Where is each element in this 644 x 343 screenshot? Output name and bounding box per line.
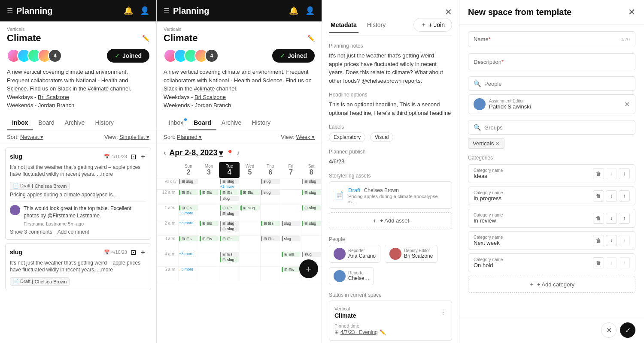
pill-tue-4[interactable]: ⊞ ⊟s [220,252,239,257]
pill-sat-4[interactable]: slug [302,252,321,257]
up-cat-inreview[interactable]: ↑ [619,213,630,224]
edit-icon-p1[interactable]: ✏️ [142,35,149,42]
tab-inbox-p1[interactable]: Inbox [7,115,33,130]
confirm-footer-btn[interactable]: ✓ [620,322,635,338]
pill-fri-2[interactable]: slug [282,221,301,226]
asset-draft-link[interactable]: Draft [348,187,360,193]
detail-tab-history[interactable]: History [365,17,388,33]
tab-inbox-p2[interactable]: Inbox [164,115,188,130]
delete-cat-ideas[interactable]: 🗑 [593,168,604,179]
cat-value-ideas[interactable]: Ideas [474,173,590,179]
detail-tab-metadata[interactable]: Metadata [329,17,358,33]
pill-thu-12[interactable]: slug [261,190,280,195]
pill-tue-1[interactable]: ⊞ ⊟s [220,205,239,211]
up-cat-inprogress[interactable]: ↑ [619,190,630,202]
draft-badge-1-p1[interactable]: 📄 Draft | Chelsea Brown [10,182,70,190]
date-next-btn[interactable]: › [237,149,239,157]
edit-pinned-icon[interactable]: ✏️ [380,329,386,335]
story-menu-1-p1[interactable]: ⊡ [131,153,136,161]
pill-fri-3[interactable]: slug [282,236,301,241]
add-asset-button[interactable]: ＋ + Add asset [329,212,452,229]
bri-link-p2[interactable]: Bri Scalzone [194,94,226,100]
sort-value-p1[interactable]: Newest ▾ [20,134,43,140]
detail-scroll[interactable]: Planning notes It's not just the weather… [322,36,459,343]
tab-archive-p1[interactable]: Archive [60,115,90,130]
up-cat-nextweek[interactable]: ↑ [619,235,630,246]
mention-link-p1[interactable]: @Firstname Lastname [47,213,100,219]
groups-search-input[interactable] [484,124,630,131]
pinned-time-link[interactable]: 4/7/23 · Evening [340,329,378,335]
pill-sat-12[interactable]: ⊞ slug [302,190,321,195]
template-scroll[interactable]: Name* 0/70 Description* 🔍 Assignment Edi… [459,24,644,317]
story-title-1-p1[interactable]: slug [10,153,22,160]
tab-history-p1[interactable]: History [90,115,119,130]
add-comment-p1[interactable]: Add comment [58,229,89,235]
label-visual[interactable]: Visual [370,132,393,142]
joined-button-p1[interactable]: ✓ Joined [107,49,149,63]
join-button-detail[interactable]: ＋ + Join [413,18,452,32]
pill-sat-1[interactable]: ⊞ slug [302,205,321,211]
down-cat-onhold[interactable]: ↓ [606,257,617,268]
bri-link-p1[interactable]: Bri Scalzone [38,94,69,100]
plus3-tue-allday[interactable]: +3 more [220,184,239,189]
view-value-p1[interactable]: Simple list ▾ [119,134,149,140]
people-search-input[interactable] [484,81,630,87]
plus3-sun-1[interactable]: +3 more [179,211,198,215]
story-add-1-p1[interactable]: ＋ [140,152,146,161]
climate-link-p2[interactable]: #climate [194,85,215,92]
mention-chelseabrown[interactable]: @chelseabrown [361,78,401,84]
bell-icon-p1[interactable]: 🔔 [124,6,133,15]
pill-thu-2[interactable]: ⊞ ⊟s [261,221,280,226]
date-range[interactable]: Apr 2-8, 2023 ▾ [169,148,223,158]
up-cat-onhold[interactable]: ↑ [619,257,630,268]
pill-tue-allday[interactable]: ⊞ slug [220,179,239,184]
pill-mon-3[interactable]: ⊞ ⊟s [200,236,219,241]
delete-cat-inprogress[interactable]: 🗑 [593,190,604,202]
delete-cat-nextweek[interactable]: 🗑 [593,235,604,246]
climate-link-p1[interactable]: #climate [88,85,109,92]
plus3-sun-2[interactable]: +3 more [179,221,198,225]
inbox-scroll-p1[interactable]: slug 📅 4/10/23 ⊡ ＋ It's not just the wea… [0,144,156,343]
people-search-field[interactable]: 🔍 [468,76,635,91]
pill-sun-3[interactable]: ⊞ ⊟s [179,236,198,241]
delete-cat-inreview[interactable]: 🗑 [593,213,604,224]
cat-value-onhold[interactable]: On hold [474,262,590,268]
more-link-2-p1[interactable]: ...more [97,267,113,273]
user-icon-p1[interactable]: 👤 [140,6,149,15]
pill-tue-2[interactable]: ⊞ slug [220,221,239,226]
more-link-1-p1[interactable]: ...more [97,171,113,177]
down-cat-inprogress[interactable]: ↓ [606,190,617,202]
commenter-link-p1[interactable]: Firstname Lastname [24,221,67,226]
close-button-detail[interactable]: ✕ [445,7,452,17]
pill-mon-12[interactable]: ⊞ ⊟s [200,190,219,195]
cat-value-inprogress[interactable]: In progress [474,195,590,202]
down-cat-nextweek[interactable]: ↓ [606,235,617,246]
pill-fri-5[interactable]: ⊞ ⊟s [282,267,301,272]
tab-board-p1[interactable]: Board [33,115,59,130]
cancel-footer-btn[interactable]: ✕ [601,322,617,338]
bell-icon-p2[interactable]: 🔔 [289,6,298,15]
pill-sun-allday[interactable]: ⊞ slug [179,179,198,184]
tab-history-p2[interactable]: History [246,115,276,130]
cat-value-nextweek[interactable]: Next week [474,240,590,246]
menu-icon-p1[interactable]: ☰ [7,7,13,15]
health-science-link-p1[interactable]: National - Health and Science [7,77,128,92]
pill-tue-12[interactable]: ⊞ ⊟s [220,190,239,195]
plus3-sun-5[interactable]: +3 more [179,267,198,271]
pill-thu-3[interactable]: ⊞ ⊟s [261,236,280,241]
joined-button-p2[interactable]: ✓ Joined [272,49,315,63]
board-scroll[interactable]: Sun2 Mon3 Tue4 Wed5 Thu6 Fri7 Sat8 All d… [157,162,322,343]
pill-wed-12[interactable]: ⊞ ⊟s [240,190,260,195]
close-button-template[interactable]: ✕ [628,7,635,17]
label-explanatory[interactable]: Explanatory [329,132,365,142]
menu-icon-p2[interactable]: ☰ [164,7,170,15]
pill-thu-allday[interactable]: slug [261,179,280,184]
view-value-p2[interactable]: Week ▾ [296,134,315,140]
pill-sat-2[interactable]: ⊞ slug [302,221,321,226]
add-category-button[interactable]: ＋ + Add category [468,276,635,293]
remove-assignment-btn[interactable]: ✕ [624,100,630,108]
date-prev-btn[interactable]: ‹ [164,149,166,157]
pill-tue-1b[interactable]: ⊞ slug [220,211,239,216]
story-title-2-p1[interactable]: slug [10,249,22,256]
pill-tue-4b[interactable]: ⊞ slug [220,257,239,262]
